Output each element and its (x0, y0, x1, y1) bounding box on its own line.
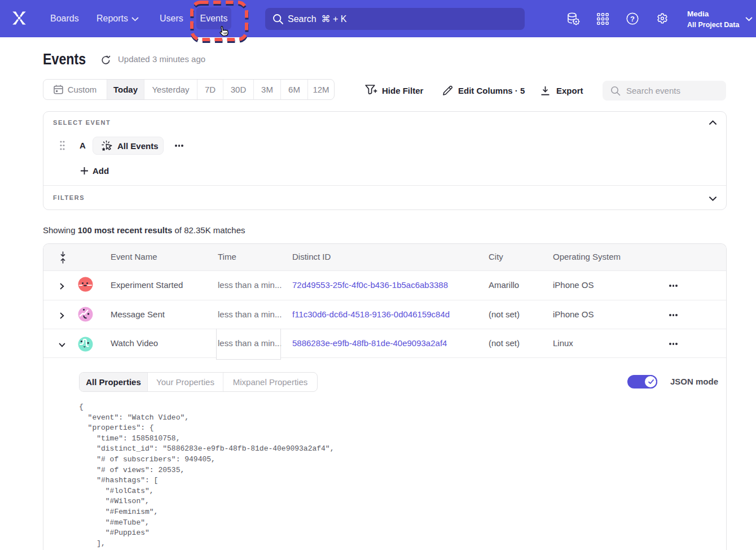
svg-text:?: ? (630, 15, 635, 23)
